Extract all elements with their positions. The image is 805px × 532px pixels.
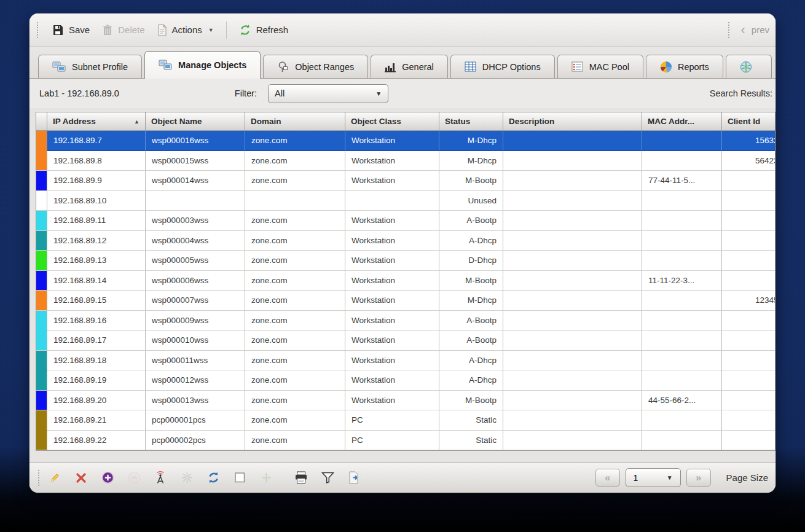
header-client-id[interactable]: Client Id [722,112,776,131]
first-page-button[interactable]: « [595,469,620,487]
tab-general[interactable]: General [371,55,448,78]
table-row[interactable]: 192.168.89.21pcp000001pcszone.comPCStati… [36,410,776,431]
status-color-swatch [36,331,47,351]
refresh-table-button[interactable] [205,470,221,486]
burst-asterisk-icon [181,472,193,483]
cell-mac [642,211,722,231]
bottom-toolbar: « 1 ▼ » Page Size [29,462,776,493]
cell-name: wsp000005wss [146,251,245,271]
cell-name [146,191,245,211]
document-icon [157,24,167,36]
cell-ip: 192.168.89.16 [47,311,146,331]
delete-x-button[interactable] [73,470,89,486]
cell-domain: zone.com [245,391,345,411]
cell-cls: Workstation [345,251,439,271]
tab-label: Manage Objects [178,60,246,70]
tab-reports[interactable]: Reports [646,55,723,78]
cell-status: A-Bootp [439,211,503,231]
bottombar-grip[interactable] [38,470,41,486]
antenna-button[interactable] [152,470,168,486]
cell-client [722,331,776,351]
table-row[interactable]: 192.168.89.16wsp000009wsszone.comWorksta… [36,311,776,331]
square-button[interactable] [232,470,248,486]
cell-desc [503,431,642,451]
header-description[interactable]: Description [503,112,642,131]
cell-cls: Workstation [345,211,439,231]
tab-subnet-profile[interactable]: Subnet Profile [38,55,142,78]
header-status[interactable]: Status [439,112,503,131]
actions-button[interactable]: Actions ▼ [151,20,220,40]
header-object-class[interactable]: Object Class [345,112,439,131]
tab-dhcp-options[interactable]: DHCP Options [450,55,555,78]
header-object-name[interactable]: Object Name [146,112,245,131]
status-color-swatch [36,171,47,191]
cell-desc [503,370,642,391]
print-button[interactable] [293,470,309,486]
pager-prev-icon: « [605,472,610,484]
last-page-button[interactable]: » [686,469,711,487]
table-row[interactable]: 192.168.89.22pcp000002pcszone.comPCStati… [36,431,776,451]
cell-desc [503,211,642,231]
cell-cls: Workstation [345,351,439,371]
tab-partial[interactable] [726,55,772,78]
cell-name: wsp000013wss [146,391,245,411]
table-row[interactable]: 192.168.89.19wsp000012wsszone.comWorksta… [36,370,776,391]
table-row[interactable]: 192.168.89.9wsp000014wsszone.comWorkstat… [36,171,776,191]
tab-manage-objects[interactable]: Manage Objects [144,51,261,79]
edit-pencil-button[interactable] [47,470,63,486]
table-row[interactable]: 192.168.89.18wsp000011wsszone.comWorksta… [36,351,776,371]
cell-cls [345,191,439,211]
toolbar-grip[interactable] [37,22,39,38]
table-row[interactable]: 192.168.89.15wsp000007wsszone.comWorksta… [36,291,776,311]
cell-mac [642,231,722,251]
refresh-button[interactable]: Refresh [233,20,295,40]
cell-ip: 192.168.89.22 [47,431,146,451]
header-domain[interactable]: Domain [245,112,345,131]
cell-client [722,311,776,331]
table-row[interactable]: 192.168.89.11wsp000003wsszone.comWorksta… [36,211,776,231]
cell-desc [503,271,642,291]
cell-cls: Workstation [345,171,439,191]
tab-mac-pool[interactable]: MAC Pool [557,55,643,78]
tab-object-ranges[interactable]: Object Ranges [263,55,368,78]
cell-status: D-Dhcp [439,251,503,271]
cell-cls: Workstation [345,151,439,171]
header-ip-address[interactable]: IP Address ▲ [47,112,146,131]
cell-cls: PC [345,410,439,431]
table-row[interactable]: 192.168.89.13wsp000005wsszone.comWorksta… [36,251,776,271]
cell-cls: Workstation [345,231,439,251]
cell-cls: Workstation [345,391,439,411]
export-page-icon [348,471,360,484]
cell-cls: Workstation [345,311,439,331]
cell-client [722,391,776,411]
table-row[interactable]: 192.168.89.12wsp000004wsszone.comWorksta… [36,231,776,251]
cell-status: A-Bootp [439,311,503,331]
status-color-swatch [36,351,47,371]
cell-mac [642,191,722,211]
top-toolbar: Save Delete Actions ▼ Refresh ‹ prev [29,14,776,47]
table-row[interactable]: 192.168.89.8wsp000015wsszone.comWorkstat… [36,151,776,171]
cell-status: M-Bootp [439,271,503,291]
page-number: 1 [634,473,638,483]
plus-circle-icon [101,471,114,484]
filter-dropdown[interactable]: All ▼ [268,84,388,103]
cell-client [722,271,776,291]
header-mac-address[interactable]: MAC Addr... [642,112,722,131]
ghost-circle-icon [128,471,141,484]
filter-funnel-button[interactable] [320,470,336,486]
table-row[interactable]: 192.168.89.7wsp000016wsszone.comWorkstat… [36,131,776,151]
prev-link[interactable]: prev [752,25,769,35]
page-dropdown[interactable]: 1 ▼ [626,468,681,487]
table-row[interactable]: 192.168.89.10Unused [36,191,776,211]
toolbar-grip-right[interactable] [728,22,731,38]
add-circle-button[interactable] [100,470,116,486]
cell-desc [503,191,642,211]
status-color-swatch [36,291,47,311]
cell-client [722,231,776,251]
export-button[interactable] [346,470,362,486]
table-row[interactable]: 192.168.89.20wsp000013wsszone.comWorksta… [36,391,776,411]
save-button[interactable]: Save [45,20,96,40]
table-row[interactable]: 192.168.89.17wsp000010wsszone.comWorksta… [36,331,776,351]
table-row[interactable]: 192.168.89.14wsp000006wsszone.comWorksta… [36,271,776,291]
status-color-swatch [36,131,47,151]
